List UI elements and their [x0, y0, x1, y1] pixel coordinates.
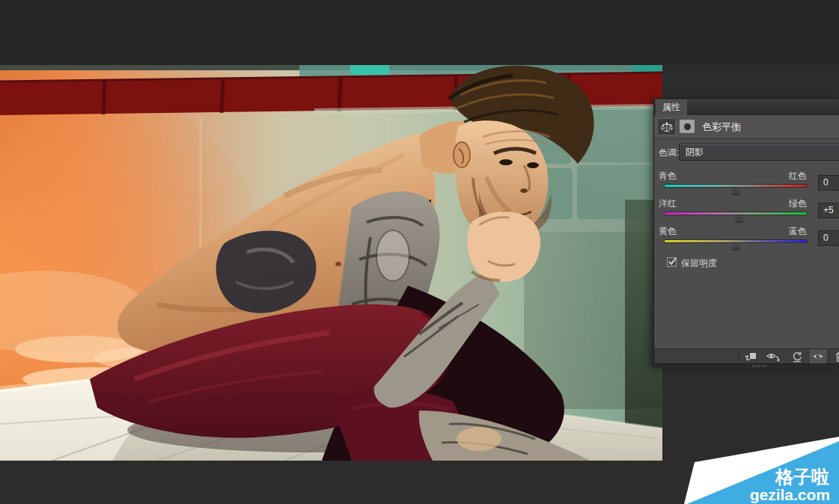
- check-icon: [667, 256, 679, 268]
- yellow-blue-slider[interactable]: [664, 239, 808, 243]
- footer-separator: [829, 351, 830, 362]
- footer-separator: [739, 351, 739, 362]
- cyan-red-slider[interactable]: [664, 184, 808, 188]
- red-label: 红色: [789, 170, 807, 182]
- blue-label: 蓝色: [789, 225, 807, 238]
- watermark: 格子啦 gezila.com: [674, 432, 839, 504]
- magenta-green-slider[interactable]: [664, 212, 808, 215]
- tab-bar: 属性: [654, 99, 839, 116]
- panel-footer: [654, 348, 839, 363]
- visibility-toggle[interactable]: [808, 349, 828, 363]
- watermark-brand: 格子啦: [775, 467, 829, 487]
- cyan-red-value-field[interactable]: 0: [818, 175, 839, 191]
- application-window: 属性 色彩平衡 色调: 阴影 青色 红色: [0, 0, 839, 504]
- tone-selected-value: 阴影: [686, 147, 704, 157]
- yellow-label: 黄色: [659, 225, 677, 238]
- canvas-surround-top: [0, 0, 839, 65]
- color-balance-scale-icon: [657, 118, 676, 135]
- magenta-label: 洋红: [659, 197, 677, 210]
- panel-title: 色彩平衡: [702, 115, 741, 138]
- view-previous-state-icon[interactable]: [766, 350, 781, 363]
- cyan-label: 青色: [659, 170, 677, 182]
- magenta-green-value-field[interactable]: +5: [818, 203, 839, 218]
- preserve-luminosity-label: 保留明度: [681, 257, 717, 270]
- panel-header: 色彩平衡: [654, 115, 839, 139]
- properties-panel: 属性 色彩平衡 色调: 阴影 青色 红色: [653, 98, 839, 364]
- yellow-blue-slider-thumb[interactable]: [731, 242, 740, 249]
- yellow-blue-value-field[interactable]: 0: [818, 230, 839, 246]
- cyan-red-slider-thumb[interactable]: [731, 187, 740, 194]
- visibility-icon: [812, 351, 824, 361]
- panel-body: 色调: 阴影 青色 红色 0 洋红 绿色 +5 黄色 蓝色 0: [654, 139, 839, 351]
- canvas-artwork: [0, 65, 662, 461]
- preserve-luminosity-checkbox[interactable]: [667, 257, 677, 267]
- watermark-site: gezila.com: [750, 486, 830, 503]
- green-label: 绿色: [789, 197, 807, 210]
- reset-icon[interactable]: [790, 350, 805, 363]
- clip-to-layer-icon[interactable]: [743, 350, 758, 363]
- tab-properties[interactable]: 属性: [656, 99, 687, 115]
- layer-mask-icon: [680, 120, 695, 133]
- panel-resize-strip: [653, 364, 839, 368]
- trash-icon[interactable]: [832, 350, 839, 363]
- panel-resize-grip[interactable]: [752, 365, 767, 367]
- tone-label: 色调:: [659, 147, 679, 159]
- tone-select[interactable]: 阴影: [679, 144, 839, 161]
- magenta-green-slider-thumb[interactable]: [735, 215, 744, 221]
